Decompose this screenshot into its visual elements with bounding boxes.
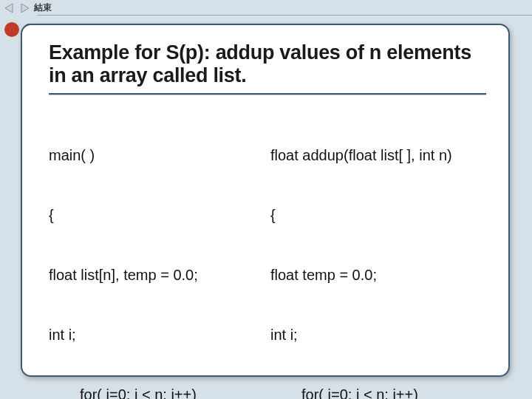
slide-card: Example for S(p): addup values of n elem… <box>21 24 510 377</box>
code-line: int i; <box>270 325 486 345</box>
dot-red-icon <box>4 22 19 37</box>
code-line: { <box>270 205 486 225</box>
code-line: for( i=0; i < n; i++) <box>49 385 265 399</box>
next-icon[interactable] <box>18 2 31 14</box>
slide-content: main( ) { float list[n], temp = 0.0; int… <box>49 106 486 399</box>
code-line: int i; <box>49 325 265 345</box>
code-line: float temp = 0.0; <box>270 265 486 285</box>
code-line: float list[n], temp = 0.0; <box>49 265 265 285</box>
code-left-column: main( ) { float list[n], temp = 0.0; int… <box>49 106 265 399</box>
code-line: float addup(float list[ ], int n) <box>270 146 486 166</box>
code-right-column: float addup(float list[ ], int n) { floa… <box>270 106 486 399</box>
slide-title: Example for S(p): addup values of n elem… <box>49 41 486 87</box>
svg-marker-0 <box>5 4 13 13</box>
top-divider <box>37 15 532 16</box>
svg-marker-1 <box>21 4 29 13</box>
end-button[interactable]: 結束 <box>34 1 52 14</box>
code-line: main( ) <box>49 146 265 166</box>
nav-bar: 結束 <box>3 1 52 14</box>
prev-icon[interactable] <box>3 2 16 14</box>
code-line: { <box>49 205 265 225</box>
title-divider <box>49 93 486 95</box>
code-line: for( i=0; i < n; i++) <box>270 385 486 399</box>
